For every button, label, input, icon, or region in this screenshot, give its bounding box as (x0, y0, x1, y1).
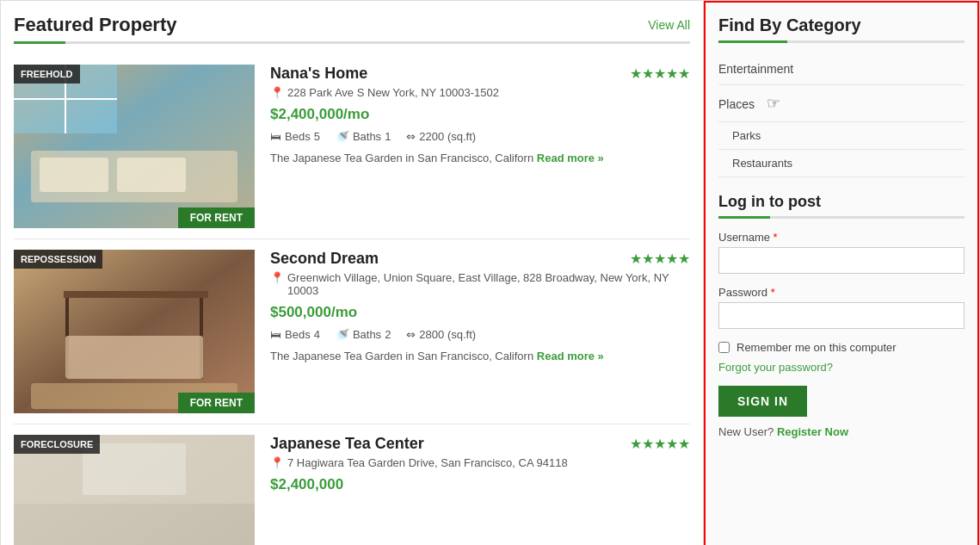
stars-second: ★★★★★ (630, 251, 690, 267)
username-label: Username * (718, 231, 965, 244)
price-second: $500,000/mo (270, 304, 690, 321)
address-japanese: 7 Hagiwara Tea Garden Drive, San Francis… (287, 456, 568, 469)
desc-second: The Japanese Tea Garden in San Francisco… (270, 348, 690, 365)
baths-nana: 1 (385, 130, 391, 143)
property-card-japanese: FORECLOSURE FOR RENT Japanese Tea Center… (14, 424, 690, 545)
location-icon-nana: 📍 (270, 86, 284, 99)
stars-japanese: ★★★★★ (630, 436, 690, 452)
featured-title: Featured Property (14, 14, 177, 36)
category-places[interactable]: Places ☞ (718, 85, 965, 122)
baths-label-nana: Baths (353, 130, 381, 143)
svg-rect-2 (40, 158, 108, 192)
property-name-second: Second Dream (270, 250, 379, 268)
badge-repossession: REPOSSESSION (14, 250, 102, 269)
password-required: * (771, 286, 775, 299)
location-icon-japanese: 📍 (270, 456, 284, 469)
category-underline (718, 40, 965, 43)
meta-nana: 🛏 Beds 5 🚿 Baths 1 ⇔ 2200 (sq.ft) (270, 130, 690, 143)
property-image-japanese: FORECLOSURE FOR RENT (14, 435, 255, 545)
category-title: Find By Category (718, 15, 965, 35)
svg-rect-11 (65, 336, 203, 379)
remember-row: Remember me on this computer (718, 341, 965, 354)
bed-icon-second: 🛏 (270, 328, 281, 341)
password-input[interactable] (718, 302, 965, 329)
view-all-link[interactable]: View All (648, 18, 690, 32)
remember-checkbox[interactable] (718, 342, 730, 353)
price-japanese: $2,400,000 (270, 476, 690, 493)
sqft-icon-second: ⇔ (406, 328, 416, 341)
address-second: Greenwich Village, Union Square, East Vi… (287, 271, 690, 297)
sqft-second: 2800 (sq.ft) (419, 328, 476, 341)
property-info-second: Second Dream ★★★★★ 📍 Greenwich Village, … (270, 250, 690, 365)
svg-rect-3 (117, 158, 186, 192)
sqft-icon-nana: ⇔ (406, 130, 416, 143)
property-image-second: REPOSSESSION FOR RENT (14, 250, 255, 413)
stars-nana: ★★★★★ (630, 65, 690, 82)
beds-label-nana: Beds (285, 130, 311, 143)
forgot-password-link[interactable]: Forgot your password? (718, 361, 965, 374)
property-info-japanese: Japanese Tea Center ★★★★★ 📍 7 Hagiwara T… (270, 435, 690, 500)
bed-icon-nana: 🛏 (270, 130, 281, 143)
login-underline (718, 216, 965, 219)
property-name-japanese: Japanese Tea Center (270, 435, 424, 453)
property-card-nana: FREEHOLD FOR RENT Nana's Home ★★★★★ 📍 22… (14, 54, 690, 239)
property-image-nana: FREEHOLD FOR RENT (14, 65, 255, 228)
baths-second: 2 (385, 328, 391, 341)
meta-second: 🛏 Beds 4 🚿 Baths 2 ⇔ 2800 (sq.ft) (270, 328, 690, 341)
second-image-svg (14, 250, 255, 413)
badge-foreclosure: FORECLOSURE (14, 435, 100, 454)
category-entertainment[interactable]: Entertainment (718, 53, 965, 85)
badge-for-rent-1: FOR RENT (178, 207, 255, 228)
property-name-nana: Nana's Home (270, 65, 367, 83)
beds-label-second: Beds (285, 328, 311, 341)
svg-rect-15 (14, 504, 255, 545)
sqft-nana: 2200 (sq.ft) (419, 130, 476, 143)
remember-label: Remember me on this computer (737, 341, 897, 354)
svg-rect-10 (64, 291, 208, 298)
property-card-second: REPOSSESSION FOR RENT Second Dream ★★★★★… (14, 239, 690, 424)
badge-for-rent-2: FOR RENT (178, 393, 255, 413)
location-icon-second: 📍 (270, 271, 284, 284)
badge-freehold: FREEHOLD (14, 65, 80, 84)
nana-image-svg (14, 65, 255, 228)
register-link[interactable]: Register Now (777, 425, 848, 438)
category-parks[interactable]: Parks (718, 122, 965, 150)
bath-icon-second: 🚿 (336, 328, 349, 341)
login-title: Log in to post (718, 193, 965, 211)
right-panel: Find By Category Entertainment Places ☞ … (704, 1, 979, 545)
username-input[interactable] (718, 247, 965, 274)
password-label: Password * (718, 286, 965, 299)
login-section: Log in to post Username * Password * Rem… (718, 193, 965, 438)
price-nana: $2,400,000/mo (270, 106, 690, 123)
baths-label-second: Baths (353, 328, 381, 341)
desc-nana: The Japanese Tea Garden in San Francisco… (270, 150, 690, 167)
beds-second: 4 (314, 328, 320, 341)
read-more-nana[interactable]: Read more » (537, 152, 604, 164)
username-required: * (774, 231, 778, 244)
cursor-icon: ☞ (767, 94, 780, 113)
bath-icon-nana: 🚿 (336, 130, 349, 143)
new-user-row: New User? Register Now (718, 425, 965, 438)
address-nana: 228 Park Ave S New York, NY 10003-1502 (287, 86, 499, 99)
featured-underline (14, 41, 690, 44)
sign-in-button[interactable]: SIGN IN (718, 386, 807, 417)
category-restaurants[interactable]: Restaurants (718, 150, 965, 177)
beds-nana: 5 (314, 130, 320, 143)
property-info-nana: Nana's Home ★★★★★ 📍 228 Park Ave S New Y… (270, 65, 690, 167)
read-more-second[interactable]: Read more » (537, 350, 604, 362)
